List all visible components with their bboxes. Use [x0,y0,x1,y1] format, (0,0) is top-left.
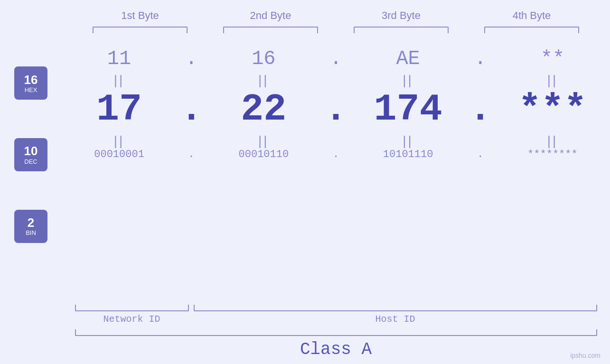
class-label: Class A [75,340,597,359]
eq-spacer-6 [471,133,490,149]
byte-3-header: 3rd Byte [349,9,453,22]
hex-num: 16 [24,73,38,87]
values-grid: 11 . 16 . AE . ** [62,43,610,300]
bin-dot-3: . [471,149,490,160]
dec-val-4: *** [500,88,605,131]
bracket-byte4 [484,27,579,33]
base-labels: 16 HEX 10 DEC 2 BIN [0,43,62,300]
equals-1: || [67,73,171,88]
byte-4-header: 4th Byte [479,9,584,22]
hex-val-4: ** [500,47,605,70]
equals-5: || [67,133,171,149]
dec-row: 17 . 22 . 174 . *** [62,88,610,131]
bottom-area: Network ID Host ID [75,305,597,325]
bin-val-4: ******** [500,149,605,160]
top-bracket-row [75,27,597,33]
watermark: ipshu.com [570,352,601,359]
content-area: 16 HEX 10 DEC 2 BIN 11 . [0,43,610,300]
equals-7: || [356,133,460,149]
class-area: Class A [75,329,597,359]
equals-row-1: || || || || [62,73,610,88]
bottom-brackets [75,305,597,311]
byte-headers: 1st Byte 2nd Byte 3rd Byte 4th Byte [75,9,597,22]
bracket-byte3 [354,27,449,33]
id-labels: Network ID Host ID [75,314,597,325]
hex-dot-3: . [471,47,490,70]
hex-badge: 16 HEX [14,66,47,100]
bin-name: BIN [26,229,36,236]
equals-2: || [211,73,316,88]
eq-spacer-2 [326,73,345,88]
host-id-label: Host ID [194,314,597,325]
hex-dot-2: . [326,47,345,70]
dec-val-1: 17 [67,88,171,131]
bin-row: 00010001 . 00010110 . 10101110 . [62,149,610,160]
equals-3: || [356,73,460,88]
equals-6: || [211,133,316,149]
eq-spacer-5 [326,133,345,149]
bracket-byte1 [93,27,188,33]
byte-1-header: 1st Byte [88,9,192,22]
bin-num: 2 [28,216,34,230]
eq-spacer-1 [182,73,201,88]
dec-dot-2: . [326,88,345,131]
class-bracket [75,329,597,336]
host-bracket [194,305,597,311]
hex-val-3: AE [356,47,460,70]
hex-val-1: 11 [67,47,171,70]
dec-val-3: 174 [356,88,460,131]
eq-spacer-3 [471,73,490,88]
bin-dot-2: . [326,149,345,160]
dec-val-2: 22 [211,88,316,131]
bin-val-1: 00010001 [67,149,171,160]
equals-row-2: || || || || [62,133,610,149]
dec-dot-3: . [471,88,490,131]
equals-4: || [500,73,605,88]
dec-badge: 10 DEC [14,138,47,171]
bin-badge: 2 BIN [14,210,47,243]
network-id-label: Network ID [75,314,189,325]
hex-row: 11 . 16 . AE . ** [62,47,610,70]
bin-val-3: 10101110 [356,149,460,160]
bin-dot-1: . [182,149,201,160]
bracket-byte2 [223,27,318,33]
hex-dot-1: . [182,47,201,70]
main-container: 1st Byte 2nd Byte 3rd Byte 4th Byte 16 H… [0,0,610,364]
byte-2-header: 2nd Byte [218,9,323,22]
dec-name: DEC [24,158,37,165]
network-bracket [75,305,189,311]
hex-name: HEX [25,86,38,93]
dec-dot-1: . [182,88,201,131]
eq-spacer-4 [182,133,201,149]
hex-val-2: 16 [211,47,316,70]
bin-val-2: 00010110 [211,149,316,160]
dec-num: 10 [24,144,38,158]
equals-8: || [500,133,605,149]
